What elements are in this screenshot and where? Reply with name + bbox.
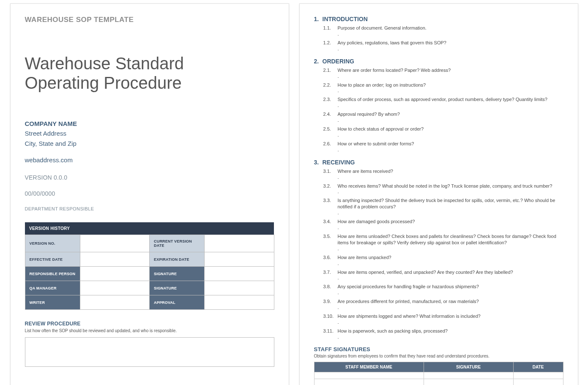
toc-item: 2.6.How or where to submit order forms?: [323, 141, 563, 147]
toc-item-dash: -: [338, 190, 563, 195]
toc-item: 3.1.Where are items received?: [323, 168, 563, 175]
toc-item-dash: -: [338, 33, 563, 37]
toc-section: 2.ORDERING2.1.Where are order forms loca…: [314, 58, 563, 153]
toc-section: 1.INTRODUCTION1.1.Purpose of document. G…: [314, 16, 563, 52]
toc-item-dash: -: [338, 247, 563, 252]
toc-item-dash: -: [338, 336, 563, 340]
toc-item: 2.5.How to check status of approval or o…: [323, 126, 563, 132]
toc-item: 2.2.How to place an order; log on instru…: [323, 82, 563, 88]
staff-col-signature: SIGNATURE: [424, 362, 513, 372]
document-title: Warehouse Standard Operating Procedure: [25, 54, 274, 93]
title-line-2: Operating Procedure: [25, 74, 182, 92]
toc-item-dash: -: [338, 89, 563, 94]
version-row-value[interactable]: [80, 281, 150, 295]
toc-item: 1.2.Any policies, regulations, laws that…: [323, 40, 563, 46]
staff-col-name: STAFF MEMBER NAME: [314, 362, 424, 372]
toc-item-dash: -: [338, 119, 563, 123]
toc-item: 3.8.Any special procedures for handling …: [323, 284, 563, 290]
version-row-label: EXPIRATION DATE: [150, 252, 205, 267]
toc-item: 3.10.How are shipments logged and where?…: [323, 313, 563, 319]
toc-item-dash: -: [338, 262, 563, 267]
page-2: 1.INTRODUCTION1.1.Purpose of document. G…: [299, 3, 578, 385]
company-block: COMPANY NAME Street Address City, State …: [25, 119, 274, 165]
version-row-label: APPROVAL: [150, 295, 205, 310]
toc-item-dash: -: [338, 75, 563, 79]
toc-item-dash: -: [338, 226, 563, 231]
toc-item: 2.4.Approval required? By whom?: [323, 111, 563, 117]
toc-item: 2.3.Specifics of order process, such as …: [323, 96, 563, 103]
toc-item-dash: -: [338, 148, 563, 153]
version-row-label: WRITER: [25, 295, 80, 310]
toc-section-heading: 2.ORDERING: [314, 58, 563, 65]
review-procedure-desc: List how often the SOP should be reviewe…: [25, 328, 274, 333]
toc-section: 3.RECEIVING3.1.Where are items received?…: [314, 159, 563, 340]
toc-item: 3.6.How are items unpacked?: [323, 254, 563, 261]
version-row-value[interactable]: [80, 252, 150, 267]
version-row-value[interactable]: [80, 235, 150, 252]
template-header-label: WAREHOUSE SOP TEMPLATE: [25, 16, 274, 24]
staff-cell-signature[interactable]: [424, 372, 513, 379]
staff-cell-name[interactable]: [314, 372, 424, 379]
staff-col-date: DATE: [513, 362, 563, 372]
page-1: WAREHOUSE SOP TEMPLATE Warehouse Standar…: [10, 3, 289, 385]
staff-cell-name[interactable]: [314, 379, 424, 385]
version-history-table: VERSION HISTORY VERSION NO.CURRENT VERSI…: [25, 222, 274, 310]
toc-item: 3.9.Are procedures different for printed…: [323, 298, 563, 305]
toc-item: 3.4.How are damaged goods processed?: [323, 218, 563, 225]
version-row-label: EFFECTIVE DATE: [25, 252, 80, 267]
toc-item: 3.3.Is anything inspected? Should the de…: [323, 197, 563, 210]
version-row-value[interactable]: [205, 267, 274, 281]
version-line: VERSION 0.0.0: [25, 174, 274, 181]
version-row-label: SIGNATURE: [150, 281, 205, 295]
staff-signatures-label: STAFF SIGNATURES: [314, 346, 563, 352]
version-row-label: RESPONSIBLE PERSON: [25, 267, 80, 281]
toc-item-dash: -: [338, 276, 563, 281]
company-name: COMPANY NAME: [25, 119, 274, 128]
version-row-value[interactable]: [205, 235, 274, 252]
company-city: City, State and Zip: [25, 139, 274, 148]
toc-item-dash: -: [338, 291, 563, 296]
staff-cell-date[interactable]: [513, 372, 563, 379]
review-procedure-box[interactable]: [25, 337, 274, 367]
date-line: 00/00/0000: [25, 190, 274, 197]
department-line: DEPARTMENT RESPONSIBLE: [25, 206, 274, 211]
staff-cell-date[interactable]: [513, 379, 563, 385]
version-row-label: SIGNATURE: [150, 267, 205, 281]
toc-item: 3.11.How is paperwork, such as packing s…: [323, 328, 563, 334]
version-row-value[interactable]: [80, 267, 150, 281]
toc-item-dash: -: [338, 306, 563, 311]
version-row-label: VERSION NO.: [25, 235, 80, 252]
toc-item: 2.1.Where are order forms located? Paper…: [323, 67, 563, 74]
version-row-value[interactable]: [205, 295, 274, 310]
toc-item: 3.5.How are items unloaded? Check boxes …: [323, 233, 563, 246]
staff-cell-signature[interactable]: [424, 379, 513, 385]
company-street: Street Address: [25, 128, 274, 138]
version-row-value[interactable]: [205, 252, 274, 267]
version-row-value[interactable]: [205, 281, 274, 295]
toc-item: 1.1.Purpose of document. General informa…: [323, 25, 563, 31]
toc-item: 3.2.Who receives items? What should be n…: [323, 183, 563, 189]
title-line-1: Warehouse Standard: [25, 54, 184, 73]
review-procedure-label: REVIEW PROCEDURE: [25, 321, 274, 327]
version-row-label: QA MANAGER: [25, 281, 80, 295]
toc-section-heading: 3.RECEIVING: [314, 159, 563, 166]
staff-signatures-table: STAFF MEMBER NAME SIGNATURE DATE: [314, 362, 563, 385]
toc-item-dash: -: [338, 321, 563, 325]
toc-section-heading: 1.INTRODUCTION: [314, 16, 563, 22]
company-web: webaddress.com: [25, 155, 274, 165]
staff-signatures-desc: Obtain signatures from employees to conf…: [314, 354, 563, 358]
toc-item-dash: -: [338, 104, 563, 109]
toc-item-dash: -: [338, 176, 563, 180]
version-history-header: VERSION HISTORY: [25, 222, 274, 235]
version-row-value[interactable]: [80, 295, 150, 310]
version-row-label: CURRENT VERSION DATE: [150, 235, 205, 252]
toc-item-dash: -: [338, 211, 563, 216]
toc-item-dash: -: [338, 134, 563, 138]
toc-item: 3.7.How are items opened, verified, and …: [323, 269, 563, 276]
toc-item-dash: -: [338, 47, 563, 52]
